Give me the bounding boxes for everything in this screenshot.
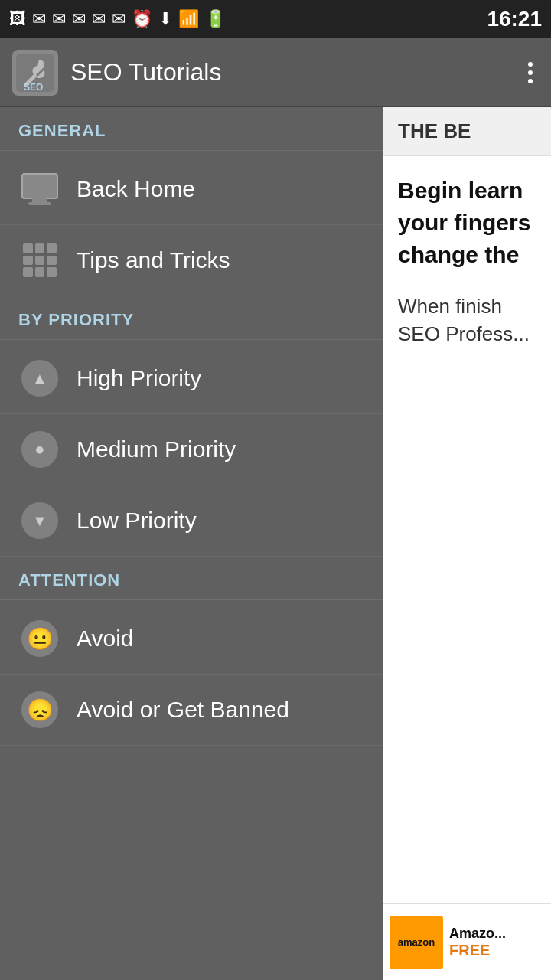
face-neutral-icon: 😐 (18, 617, 61, 660)
priority-section-header: BY PRIORITY (0, 296, 383, 339)
circle-icon (18, 428, 61, 471)
arrow-down-icon (18, 499, 61, 542)
svg-rect-5 (28, 202, 51, 205)
sidebar-item-avoid-banned[interactable]: 😞 Avoid or Get Banned (0, 675, 383, 746)
content-main-text: Begin learn your fingers change the (398, 175, 536, 271)
general-section-header: GENERAL (0, 107, 383, 150)
status-icons: 🖼 ✉ ✉ ✉ ✉ ✉ ⏰ ⬇ 📶 🔋 (9, 9, 226, 29)
download-icon: ⬇ (158, 9, 172, 29)
divider-attention (0, 599, 383, 600)
mail4-icon: ✉ (92, 9, 106, 29)
sidebar-item-avoid[interactable]: 😐 Avoid (0, 603, 383, 675)
battery-icon: 🔋 (205, 9, 226, 29)
status-bar: 🖼 ✉ ✉ ✉ ✉ ✉ ⏰ ⬇ 📶 🔋 16:21 (0, 0, 551, 38)
low-priority-label: Low Priority (77, 508, 197, 534)
signal-icon: 📶 (178, 9, 199, 29)
svg-rect-2 (22, 174, 57, 198)
amazon-logo-icon: amazon (390, 916, 443, 969)
sidebar-item-low-priority[interactable]: Low Priority (0, 485, 383, 557)
content-panel: THE BE Begin learn your fingers change t… (383, 107, 551, 980)
arrow-up-icon (18, 357, 61, 400)
sidebar-item-tips-tricks[interactable]: Tips and Tricks (0, 225, 383, 296)
sidebar-item-medium-priority[interactable]: Medium Priority (0, 414, 383, 485)
mail3-icon: ✉ (72, 9, 86, 29)
mail-icon: ✉ (32, 9, 46, 29)
high-priority-label: High Priority (77, 365, 201, 391)
svg-text:SEO: SEO (24, 82, 43, 92)
more-vert-icon[interactable] (522, 56, 539, 90)
ad-label: Amazo... (449, 926, 506, 942)
attention-section-header: ATTENTION (0, 557, 383, 599)
monitor-icon (18, 168, 61, 211)
ad-info: Amazo... FREE (449, 926, 506, 959)
divider-priority (0, 339, 383, 340)
content-sub-text: When finish SEO Profess... (398, 292, 536, 348)
content-header: THE BE (383, 107, 551, 156)
sidebar-item-high-priority[interactable]: High Priority (0, 343, 383, 414)
avoid-banned-label: Avoid or Get Banned (77, 697, 289, 723)
mail5-icon: ✉ (112, 9, 126, 29)
image-icon: 🖼 (9, 9, 26, 29)
app-logo: SEO (12, 50, 58, 96)
content-body: Begin learn your fingers change the When… (383, 156, 551, 367)
ad-free-badge: FREE (449, 942, 506, 959)
grid-icon (18, 239, 61, 282)
avoid-label: Avoid (77, 626, 134, 652)
sidebar: GENERAL Back Home Tips an (0, 107, 383, 980)
face-sad-icon: 😞 (18, 688, 61, 731)
mail2-icon: ✉ (52, 9, 66, 29)
main-layout: GENERAL Back Home Tips an (0, 107, 551, 980)
app-title: SEO Tutorials (70, 58, 522, 87)
ad-banner[interactable]: amazon Amazo... FREE (383, 903, 551, 980)
medium-priority-label: Medium Priority (77, 436, 236, 462)
divider-general (0, 150, 383, 151)
svg-rect-4 (32, 198, 47, 202)
status-time: 16:21 (487, 7, 542, 31)
back-home-label: Back Home (77, 176, 195, 202)
alarm-icon: ⏰ (132, 9, 152, 29)
app-bar: SEO SEO Tutorials (0, 38, 551, 107)
sidebar-item-back-home[interactable]: Back Home (0, 154, 383, 225)
tips-tricks-label: Tips and Tricks (77, 247, 230, 273)
